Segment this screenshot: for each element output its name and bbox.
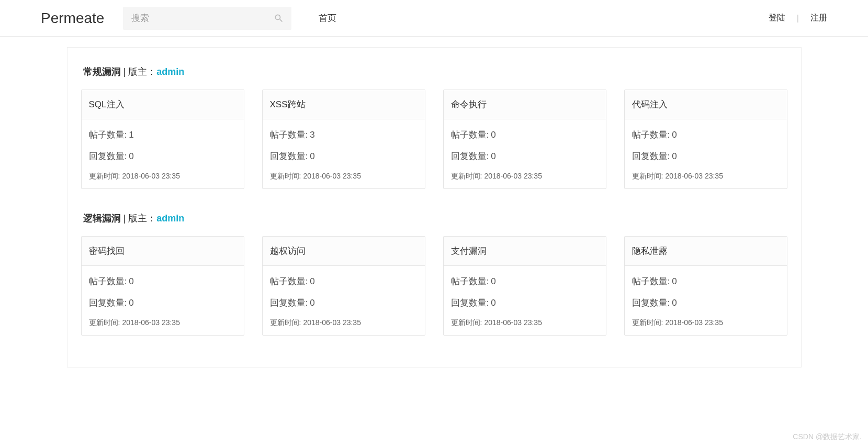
card-body: 帖子数量:0回复数量:0更新时间:2018-06-03 23:35 xyxy=(444,119,606,188)
replies-label: 回复数量: xyxy=(89,298,127,308)
posts-row: 帖子数量:0 xyxy=(451,129,599,141)
section-owner-label: | 版主： xyxy=(121,66,157,77)
nav-home[interactable]: 首页 xyxy=(319,12,336,24)
card-title[interactable]: SQL注入 xyxy=(82,90,244,119)
cards-grid: SQL注入帖子数量:1回复数量:0更新时间:2018-06-03 23:35XS… xyxy=(81,90,787,189)
card: XSS跨站帖子数量:3回复数量:0更新时间:2018-06-03 23:35 xyxy=(262,90,425,189)
posts-value: 0 xyxy=(491,276,495,286)
section-admin-link[interactable]: admin xyxy=(156,213,184,224)
replies-label: 回复数量: xyxy=(270,298,308,308)
search-icon[interactable] xyxy=(274,13,284,24)
updated-value: 2018-06-03 23:35 xyxy=(665,172,723,180)
card-body: 帖子数量:0回复数量:0更新时间:2018-06-03 23:35 xyxy=(82,266,244,335)
card-body: 帖子数量:3回复数量:0更新时间:2018-06-03 23:35 xyxy=(263,119,425,188)
posts-label: 帖子数量: xyxy=(451,130,489,140)
updated-row: 更新时间:2018-06-03 23:35 xyxy=(89,172,236,181)
replies-value: 0 xyxy=(129,151,133,161)
updated-row: 更新时间:2018-06-03 23:35 xyxy=(270,318,418,328)
card-body: 帖子数量:0回复数量:0更新时间:2018-06-03 23:35 xyxy=(263,266,425,335)
posts-value: 0 xyxy=(491,130,495,140)
card: 密码找回帖子数量:0回复数量:0更新时间:2018-06-03 23:35 xyxy=(81,236,244,336)
updated-row: 更新时间:2018-06-03 23:35 xyxy=(270,172,418,181)
replies-label: 回复数量: xyxy=(89,151,127,161)
auth-links: 登陆 | 注册 xyxy=(769,13,827,24)
posts-label: 帖子数量: xyxy=(89,130,127,140)
replies-row: 回复数量:0 xyxy=(451,150,599,162)
posts-row: 帖子数量:0 xyxy=(89,275,236,287)
updated-row: 更新时间:2018-06-03 23:35 xyxy=(632,318,780,328)
card-title[interactable]: 密码找回 xyxy=(82,237,244,266)
register-link[interactable]: 注册 xyxy=(810,13,827,24)
posts-value: 0 xyxy=(129,276,133,286)
replies-value: 0 xyxy=(310,151,314,161)
section-title: 常规漏洞 | 版主：admin xyxy=(81,65,787,78)
card-title[interactable]: 命令执行 xyxy=(444,90,606,119)
posts-row: 帖子数量:1 xyxy=(89,129,236,141)
updated-value: 2018-06-03 23:35 xyxy=(303,318,361,327)
posts-row: 帖子数量:0 xyxy=(451,275,599,287)
section-owner-label: | 版主： xyxy=(121,213,157,224)
section: 常规漏洞 | 版主：adminSQL注入帖子数量:1回复数量:0更新时间:201… xyxy=(81,65,787,189)
replies-row: 回复数量:0 xyxy=(270,297,418,309)
replies-row: 回复数量:0 xyxy=(451,297,599,309)
updated-row: 更新时间:2018-06-03 23:35 xyxy=(89,318,236,328)
updated-value: 2018-06-03 23:35 xyxy=(122,172,180,180)
updated-label: 更新时间: xyxy=(270,172,301,180)
section-name: 常规漏洞 xyxy=(83,66,121,77)
posts-row: 帖子数量:0 xyxy=(632,275,780,287)
login-link[interactable]: 登陆 xyxy=(769,13,785,24)
posts-value: 0 xyxy=(672,276,677,286)
updated-value: 2018-06-03 23:35 xyxy=(122,318,180,327)
posts-value: 0 xyxy=(672,130,677,140)
posts-value: 3 xyxy=(310,130,314,140)
cards-grid: 密码找回帖子数量:0回复数量:0更新时间:2018-06-03 23:35越权访… xyxy=(81,236,787,336)
card: 隐私泄露帖子数量:0回复数量:0更新时间:2018-06-03 23:35 xyxy=(624,236,787,336)
main-content: 常规漏洞 | 版主：adminSQL注入帖子数量:1回复数量:0更新时间:201… xyxy=(67,47,802,367)
posts-label: 帖子数量: xyxy=(632,130,670,140)
replies-label: 回复数量: xyxy=(632,298,670,308)
updated-label: 更新时间: xyxy=(270,318,301,327)
replies-label: 回复数量: xyxy=(451,298,489,308)
section-admin-link[interactable]: admin xyxy=(156,66,184,77)
updated-row: 更新时间:2018-06-03 23:35 xyxy=(451,318,599,328)
replies-row: 回复数量:0 xyxy=(632,150,780,162)
updated-label: 更新时间: xyxy=(89,172,120,180)
card-title[interactable]: XSS跨站 xyxy=(263,90,425,119)
section: 逻辑漏洞 | 版主：admin密码找回帖子数量:0回复数量:0更新时间:2018… xyxy=(81,212,787,336)
card-title[interactable]: 代码注入 xyxy=(625,90,787,119)
updated-value: 2018-06-03 23:35 xyxy=(303,172,361,180)
updated-label: 更新时间: xyxy=(451,318,482,327)
replies-row: 回复数量:0 xyxy=(89,297,236,309)
card-title[interactable]: 隐私泄露 xyxy=(625,237,787,266)
posts-row: 帖子数量:3 xyxy=(270,129,418,141)
posts-label: 帖子数量: xyxy=(270,130,308,140)
updated-label: 更新时间: xyxy=(632,172,663,180)
updated-value: 2018-06-03 23:35 xyxy=(665,318,723,327)
search-box xyxy=(123,7,291,30)
search-input[interactable] xyxy=(123,7,291,30)
replies-row: 回复数量:0 xyxy=(632,297,780,309)
replies-label: 回复数量: xyxy=(451,151,489,161)
replies-value: 0 xyxy=(672,298,677,308)
card-title[interactable]: 支付漏洞 xyxy=(444,237,606,266)
header: Permeate 首页 登陆 | 注册 xyxy=(0,0,868,37)
posts-label: 帖子数量: xyxy=(89,276,127,286)
replies-value: 0 xyxy=(129,298,133,308)
card: 支付漏洞帖子数量:0回复数量:0更新时间:2018-06-03 23:35 xyxy=(443,236,606,336)
brand[interactable]: Permeate xyxy=(41,10,104,27)
section-title: 逻辑漏洞 | 版主：admin xyxy=(81,212,787,225)
auth-separator: | xyxy=(797,14,799,23)
card: SQL注入帖子数量:1回复数量:0更新时间:2018-06-03 23:35 xyxy=(81,90,244,189)
replies-value: 0 xyxy=(310,298,314,308)
updated-label: 更新时间: xyxy=(451,172,482,180)
posts-row: 帖子数量:0 xyxy=(632,129,780,141)
posts-value: 1 xyxy=(129,130,133,140)
card-body: 帖子数量:0回复数量:0更新时间:2018-06-03 23:35 xyxy=(625,266,787,335)
replies-label: 回复数量: xyxy=(270,151,308,161)
posts-label: 帖子数量: xyxy=(632,276,670,286)
card-title[interactable]: 越权访问 xyxy=(263,237,425,266)
card: 命令执行帖子数量:0回复数量:0更新时间:2018-06-03 23:35 xyxy=(443,90,606,189)
section-name: 逻辑漏洞 xyxy=(83,213,121,224)
replies-value: 0 xyxy=(491,151,495,161)
replies-value: 0 xyxy=(491,298,495,308)
